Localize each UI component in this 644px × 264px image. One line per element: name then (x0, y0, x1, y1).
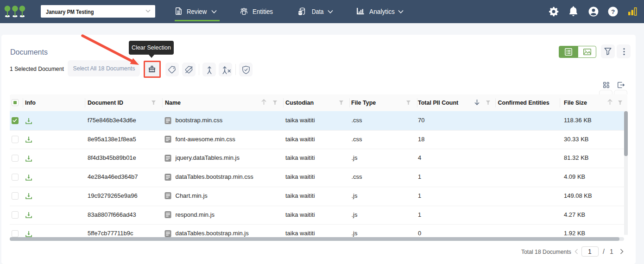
svg-text:?: ? (611, 8, 615, 15)
